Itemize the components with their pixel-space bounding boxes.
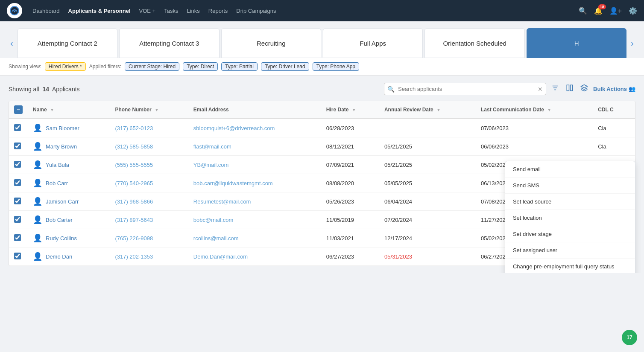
row-phone-cell[interactable]: (317) 897-5643: [110, 211, 188, 229]
select-all-checkbox[interactable]: −: [14, 105, 23, 114]
row-phone-cell[interactable]: (312) 585-5858: [110, 137, 188, 156]
row-email-cell[interactable]: rcollins@mail.com: [188, 229, 321, 247]
settings-icon[interactable]: ⚙️: [629, 7, 637, 15]
search-input[interactable]: [384, 83, 546, 95]
filter-chip-phone-app[interactable]: Type: Phone App: [313, 62, 359, 71]
stage-tabs-container: ‹ Attempting Contact 2 Attempting Contac…: [0, 21, 644, 58]
stage-tab-hired[interactable]: H: [527, 28, 626, 58]
row-checkbox-cell[interactable]: [9, 137, 28, 156]
stage-tab-full-apps[interactable]: Full Apps: [323, 28, 423, 58]
notifications-icon[interactable]: 🔔 18: [594, 7, 603, 15]
applicant-name[interactable]: Jamison Carr: [46, 198, 79, 205]
view-chip[interactable]: Hired Drivers *: [45, 62, 86, 71]
applicant-name[interactable]: Rudy Collins: [46, 235, 77, 241]
col-annual-review[interactable]: Annual Review Date ▼: [379, 101, 476, 119]
dropdown-menu-item[interactable]: Set assigned user: [505, 242, 635, 259]
row-annual-review-cell: 05/05/2025: [379, 174, 476, 192]
stage-tab-orientation-scheduled[interactable]: Orientation Scheduled: [424, 28, 524, 58]
col-phone[interactable]: Phone Number ▼: [110, 101, 188, 119]
row-phone-cell[interactable]: (317) 202-1353: [110, 247, 188, 266]
add-user-icon[interactable]: 👤+: [609, 7, 622, 15]
select-all-header[interactable]: −: [9, 101, 28, 119]
row-checkbox[interactable]: [14, 198, 21, 204]
stage-tab-attempting-contact-2[interactable]: Attempting Contact 2: [18, 28, 117, 58]
filter-chip-direct[interactable]: Type: Direct: [183, 62, 218, 71]
layers-button[interactable]: [579, 82, 590, 96]
row-checkbox[interactable]: [14, 143, 21, 149]
row-checkbox-cell[interactable]: [9, 174, 28, 192]
applicant-name[interactable]: Bob Carter: [46, 217, 73, 223]
row-checkbox-cell[interactable]: [9, 229, 28, 247]
filter-button[interactable]: [550, 82, 561, 96]
dropdown-menu-item[interactable]: Change pre-employment full query status: [505, 259, 635, 273]
app-logo[interactable]: [7, 3, 22, 18]
dropdown-menu-item[interactable]: Send SMS: [505, 177, 635, 194]
search-input-wrap: 🔍 ✕: [384, 83, 546, 95]
showing-row: Showing all 14 Applicants 🔍 ✕ Bulk Actio…: [9, 82, 635, 96]
stage-next-button[interactable]: ›: [627, 28, 637, 58]
col-email[interactable]: Email Address: [188, 101, 321, 119]
applicant-name[interactable]: Demo Dan: [46, 253, 72, 260]
row-name-cell: 👤 Bob Carr: [28, 174, 110, 192]
row-email-cell[interactable]: sbloomquist+6@driverreach.com: [188, 119, 321, 137]
stage-prev-button[interactable]: ‹: [7, 28, 17, 58]
col-last-comm[interactable]: Last Communication Date ▼: [476, 101, 593, 119]
dropdown-menu-item[interactable]: Send email: [505, 161, 635, 177]
row-phone-cell[interactable]: (317) 968-5866: [110, 192, 188, 211]
stage-tab-recruiting[interactable]: Recruiting: [221, 28, 321, 58]
row-phone-cell[interactable]: (317) 652-0123: [110, 119, 188, 137]
nav-dashboard[interactable]: Dashboard: [32, 8, 60, 14]
row-hire-date-cell: 05/26/2023: [321, 192, 379, 211]
bulk-actions-button[interactable]: Bulk Actions 👥: [593, 86, 635, 92]
nav-links-item[interactable]: Links: [187, 8, 199, 14]
row-phone-cell[interactable]: (770) 540-2965: [110, 174, 188, 192]
dropdown-menu-item[interactable]: Set location: [505, 210, 635, 226]
row-checkbox-cell[interactable]: [9, 119, 28, 137]
dropdown-menu-item[interactable]: Set driver stage: [505, 226, 635, 242]
row-email-cell[interactable]: Demo.Dan@mail.com: [188, 247, 321, 266]
row-email-cell[interactable]: bobc@mail.com: [188, 211, 321, 229]
svg-rect-2: [567, 85, 569, 91]
row-email-cell[interactable]: YB@mail.com: [188, 156, 321, 174]
row-checkbox-cell[interactable]: [9, 156, 28, 174]
filter-chip-partial[interactable]: Type: Partial: [221, 62, 258, 71]
row-checkbox-cell[interactable]: [9, 211, 28, 229]
applicant-name[interactable]: Bob Carr: [46, 180, 68, 186]
filter-chip-stage[interactable]: Current Stage: Hired: [125, 62, 179, 71]
row-name-cell: 👤 Sam Bloomer: [28, 119, 110, 137]
row-checkbox-cell[interactable]: [9, 192, 28, 211]
avatar-icon: 👤: [33, 178, 42, 188]
search-icon[interactable]: 🔍: [579, 7, 587, 15]
stage-tab-attempting-contact-3[interactable]: Attempting Contact 3: [119, 28, 219, 58]
applicant-name[interactable]: Yula Bula: [46, 162, 69, 168]
row-email-cell[interactable]: bob.carr@liquidwastemgmt.com: [188, 174, 321, 192]
filter-chip-driver-lead[interactable]: Type: Driver Lead: [261, 62, 309, 71]
row-checkbox[interactable]: [14, 179, 21, 186]
dropdown-menu-item[interactable]: Set lead source: [505, 194, 635, 210]
row-email-cell[interactable]: Resumetest@mail.com: [188, 192, 321, 211]
nav-applicants-personnel[interactable]: Applicants & Personnel: [68, 8, 131, 14]
col-cdl[interactable]: CDL C: [593, 101, 635, 119]
row-checkbox[interactable]: [14, 216, 21, 223]
col-name[interactable]: Name ▼: [28, 101, 110, 119]
nav-voe[interactable]: VOE +: [139, 8, 156, 14]
row-phone-cell[interactable]: (765) 226-9098: [110, 229, 188, 247]
row-checkbox-cell[interactable]: [9, 247, 28, 266]
nav-reports[interactable]: Reports: [208, 8, 228, 14]
applicant-name[interactable]: Marty Brown: [46, 143, 77, 150]
hire-date-sort-icon: ▼: [352, 108, 356, 112]
row-name-cell: 👤 Jamison Carr: [28, 192, 110, 211]
columns-button[interactable]: [564, 82, 575, 96]
row-phone-cell[interactable]: (555) 555-5555: [110, 156, 188, 174]
nav-tasks[interactable]: Tasks: [164, 8, 178, 14]
row-hire-date-cell: 06/27/2023: [321, 247, 379, 266]
search-clear-icon[interactable]: ✕: [538, 86, 543, 93]
row-email-cell[interactable]: flast@mail.com: [188, 137, 321, 156]
row-checkbox[interactable]: [14, 234, 21, 241]
applicant-name[interactable]: Sam Bloomer: [46, 125, 79, 131]
row-checkbox[interactable]: [14, 161, 21, 168]
row-checkbox[interactable]: [14, 124, 21, 131]
row-checkbox[interactable]: [14, 253, 21, 259]
nav-drip-campaigns[interactable]: Drip Campaigns: [236, 8, 276, 14]
col-hire-date[interactable]: Hire Date ▼: [321, 101, 379, 119]
